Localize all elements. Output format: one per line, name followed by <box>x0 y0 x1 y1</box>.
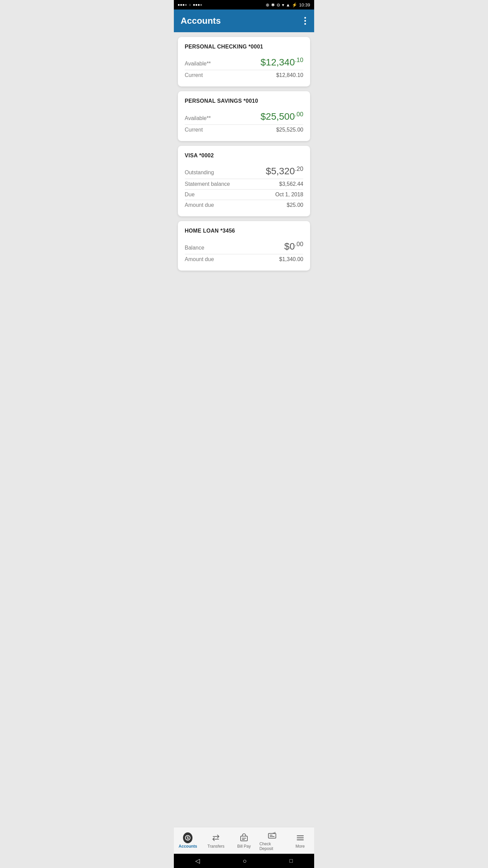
more-options-button[interactable] <box>303 16 307 26</box>
wifi-icon: ▾ <box>282 2 284 7</box>
account-row: Available** $12,340.10 <box>185 55 303 70</box>
current-value: $25,525.00 <box>276 127 303 133</box>
status-bar: ○ ⊕ ✱ ⊖ ▾ ▲ ⚡ 10:39 <box>174 0 314 9</box>
account-title-savings: PERSONAL SAVINGS *0010 <box>185 98 303 104</box>
add-icon: ⊕ <box>266 2 269 7</box>
available-label: Available** <box>185 115 211 121</box>
amount-due-label: Amount due <box>185 202 214 208</box>
balance-label: Balance <box>185 245 204 251</box>
available-value: $12,340.10 <box>261 57 303 68</box>
statement-balance-label: Statement balance <box>185 181 230 187</box>
battery-icon: ⚡ <box>292 2 297 7</box>
amount-due-label: Amount due <box>185 256 214 262</box>
bluetooth-icon: ✱ <box>271 2 275 7</box>
account-card-checking[interactable]: PERSONAL CHECKING *0001 Available** $12,… <box>178 37 310 86</box>
status-right: ⊕ ✱ ⊖ ▾ ▲ ⚡ 10:39 <box>266 2 310 7</box>
account-row: Balance $0.00 <box>185 239 303 254</box>
page-title: Accounts <box>181 16 221 26</box>
account-row: Current $12,840.10 <box>185 70 303 80</box>
amount-due-value: $1,340.00 <box>279 256 303 262</box>
statement-balance-value: $3,562.44 <box>279 181 303 187</box>
outstanding-value: $5,320.20 <box>266 165 303 177</box>
carrier-icon: ○ <box>189 3 191 7</box>
current-value: $12,840.10 <box>276 72 303 78</box>
available-value: $25,500.00 <box>261 111 303 122</box>
account-card-savings[interactable]: PERSONAL SAVINGS *0010 Available** $25,5… <box>178 91 310 141</box>
account-title-homeloan: HOME LOAN *3456 <box>185 228 303 234</box>
app-header: Accounts <box>174 9 314 32</box>
signal-dots-left <box>178 4 187 6</box>
current-label: Current <box>185 72 203 78</box>
accounts-list: PERSONAL CHECKING *0001 Available** $12,… <box>174 32 314 308</box>
signal-icon: ▲ <box>286 2 290 7</box>
account-row: Amount due $25.00 <box>185 200 303 210</box>
due-label: Due <box>185 192 195 198</box>
account-card-homeloan[interactable]: HOME LOAN *3456 Balance $0.00 Amount due… <box>178 221 310 271</box>
account-row: Current $25,525.00 <box>185 125 303 135</box>
due-value: Oct 1, 2018 <box>275 192 303 198</box>
account-row: Amount due $1,340.00 <box>185 254 303 264</box>
status-left: ○ <box>178 3 202 7</box>
account-row: Available** $25,500.00 <box>185 109 303 124</box>
account-row: Statement balance $3,562.44 <box>185 179 303 190</box>
account-title-visa: VISA *0002 <box>185 153 303 159</box>
clock: 10:39 <box>299 2 310 7</box>
account-row: Outstanding $5,320.20 <box>185 163 303 179</box>
current-label: Current <box>185 127 203 133</box>
balance-value: $0.00 <box>284 241 303 252</box>
account-title-checking: PERSONAL CHECKING *0001 <box>185 44 303 50</box>
outstanding-label: Outstanding <box>185 170 214 176</box>
amount-due-value: $25.00 <box>287 202 303 208</box>
minus-circle-icon: ⊖ <box>277 2 280 7</box>
account-card-visa[interactable]: VISA *0002 Outstanding $5,320.20 Stateme… <box>178 146 310 216</box>
account-row: Due Oct 1, 2018 <box>185 190 303 200</box>
available-label: Available** <box>185 61 211 67</box>
signal-dots-right <box>193 4 202 6</box>
